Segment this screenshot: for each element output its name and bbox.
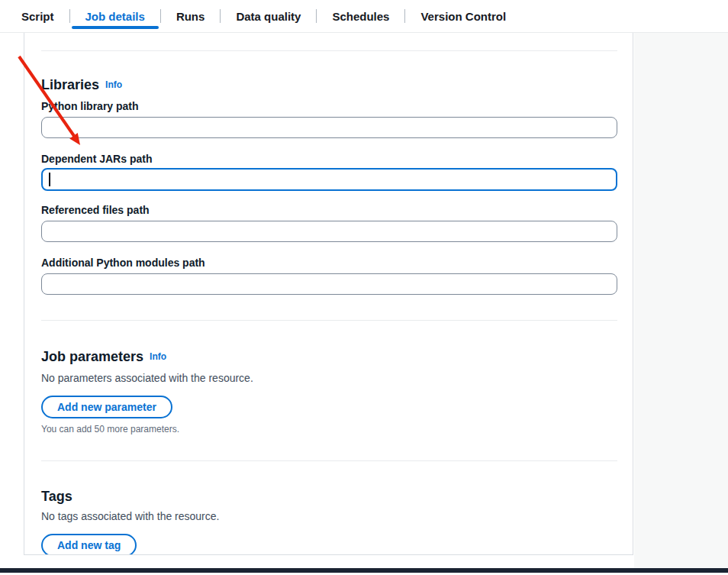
python-library-path-input[interactable]: [41, 117, 617, 138]
job-parameters-section: Job parametersInfo No parameters associa…: [41, 348, 617, 435]
dependent-jars-path-input[interactable]: [41, 168, 617, 191]
tab-runs[interactable]: Runs: [161, 0, 221, 32]
job-parameters-hint-text: You can add 50 more parameters.: [41, 423, 617, 435]
tab-bar: Script Job details Runs Data quality Sch…: [0, 0, 728, 33]
tab-script[interactable]: Script: [6, 0, 69, 32]
libraries-info-link[interactable]: Info: [105, 79, 122, 90]
tab-label: Schedules: [332, 10, 389, 23]
content-area: LibrariesInfo Python library path Depend…: [0, 33, 728, 575]
dependent-jars-path-label: Dependent JARs path: [41, 152, 617, 166]
tab-job-details[interactable]: Job details: [70, 0, 160, 32]
add-new-tag-button[interactable]: Add new tag: [41, 534, 137, 555]
additional-python-modules-path-label: Additional Python modules path: [41, 256, 617, 270]
job-parameters-empty-text: No parameters associated with the resour…: [41, 370, 617, 386]
tags-heading: Tags: [41, 488, 617, 505]
python-library-path-label: Python library path: [41, 99, 617, 113]
tab-label: Version Control: [420, 10, 506, 23]
bottom-divider-bar: [0, 568, 728, 573]
additional-python-modules-path-input[interactable]: [41, 273, 617, 295]
job-parameters-title: Job parameters: [41, 349, 143, 364]
tab-label: Job details: [85, 10, 145, 23]
libraries-title: Libraries: [41, 77, 99, 92]
tab-data-quality[interactable]: Data quality: [221, 0, 316, 32]
referenced-files-path-input[interactable]: [41, 221, 617, 242]
job-parameters-heading: Job parametersInfo: [41, 348, 617, 365]
tags-empty-text: No tags associated with the resource.: [41, 509, 617, 524]
referenced-files-path-label: Referenced files path: [41, 203, 617, 217]
tab-schedules[interactable]: Schedules: [317, 0, 404, 32]
text-cursor: [49, 173, 50, 186]
section-divider: [41, 460, 617, 461]
section-divider: [41, 50, 617, 51]
libraries-section: LibrariesInfo Python library path Depend…: [41, 76, 617, 295]
job-details-panel: LibrariesInfo Python library path Depend…: [24, 33, 633, 555]
dependent-jars-path-input-wrap: [41, 168, 617, 191]
tab-label: Data quality: [236, 10, 301, 23]
section-divider: [41, 320, 617, 321]
tab-label: Runs: [176, 10, 205, 23]
tags-section: Tags No tags associated with the resourc…: [41, 488, 617, 555]
job-parameters-info-link[interactable]: Info: [150, 351, 166, 362]
add-new-parameter-button[interactable]: Add new parameter: [41, 396, 172, 418]
right-background: [634, 33, 728, 568]
tab-label: Script: [21, 10, 54, 23]
tab-version-control[interactable]: Version Control: [405, 0, 521, 32]
libraries-heading: LibrariesInfo: [41, 76, 617, 93]
